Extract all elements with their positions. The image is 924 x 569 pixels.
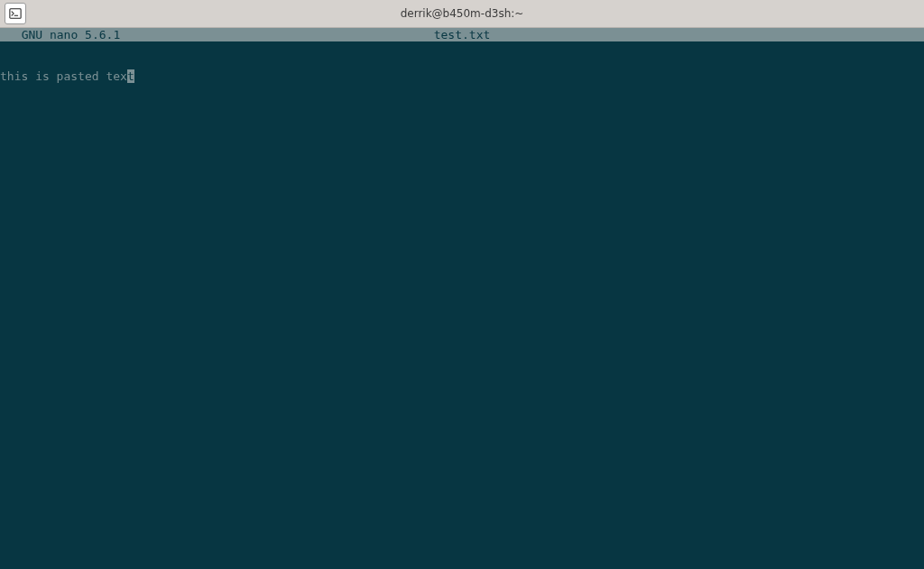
- window-titlebar: derrik@b450m-d3sh:~: [0, 0, 924, 28]
- editor-line: this is pasted text: [0, 69, 924, 83]
- nano-editor-area[interactable]: this is pasted text: [0, 41, 924, 569]
- terminal-window: derrik@b450m-d3sh:~ GNU nano 5.6.1 test.…: [0, 0, 924, 569]
- window-title: derrik@b450m-d3sh:~: [401, 7, 524, 20]
- editor-content: this is pasted tex: [0, 69, 127, 84]
- terminal-menu-button[interactable]: [5, 3, 26, 24]
- nano-header-bar: GNU nano 5.6.1 test.txt: [0, 28, 924, 41]
- terminal-body[interactable]: GNU nano 5.6.1 test.txt this is pasted t…: [0, 28, 924, 569]
- svg-rect-0: [10, 9, 21, 19]
- editor-cursor: t: [127, 69, 134, 84]
- terminal-icon: [9, 7, 22, 20]
- nano-app-name: GNU nano 5.6.1: [0, 28, 120, 41]
- nano-filename: test.txt: [434, 28, 491, 41]
